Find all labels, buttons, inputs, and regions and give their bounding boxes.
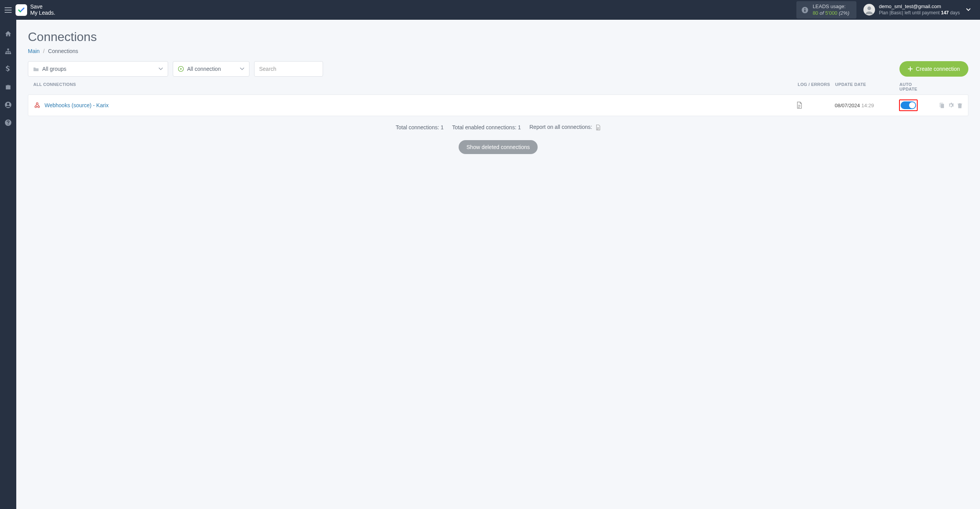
- top-header: Save My Leads. LEADS usage: 80 of 5'000 …: [0, 0, 980, 20]
- chevron-down-icon: [240, 67, 244, 70]
- col-log: LOG / ERRORS: [796, 82, 831, 91]
- user-plan: Plan |Basic| left until payment 147 days: [879, 10, 960, 16]
- svg-point-15: [38, 106, 40, 108]
- help-icon[interactable]: [3, 118, 13, 127]
- groups-select[interactable]: All groups: [28, 61, 168, 77]
- folder-icon: [33, 67, 39, 72]
- svg-rect-6: [5, 53, 7, 54]
- svg-point-4: [867, 7, 871, 10]
- user-icon[interactable]: [3, 100, 13, 110]
- info-icon: [801, 6, 809, 14]
- col-name: ALL CONNECTIONS: [33, 82, 796, 91]
- plus-icon: [908, 67, 913, 71]
- user-email: demo_sml_test@gmail.com: [879, 3, 960, 10]
- table-header: ALL CONNECTIONS LOG / ERRORS UPDATE DATE…: [28, 82, 968, 94]
- leads-usage-values: 80 of 5'000 (2%): [813, 10, 849, 17]
- sidebar: [0, 20, 16, 509]
- breadcrumb-main[interactable]: Main: [28, 48, 40, 54]
- show-deleted-button[interactable]: Show deleted connections: [459, 140, 537, 154]
- log-button[interactable]: [796, 101, 831, 109]
- update-date: 08/07/2024 14:29: [831, 103, 885, 108]
- webhook-icon: [34, 102, 41, 109]
- svg-rect-17: [940, 104, 944, 108]
- svg-point-10: [7, 103, 9, 105]
- svg-point-12: [8, 124, 9, 125]
- gear-icon[interactable]: [948, 102, 954, 109]
- home-icon[interactable]: [3, 29, 13, 38]
- create-connection-button[interactable]: Create connection: [899, 61, 968, 77]
- chevron-down-icon: [966, 8, 971, 11]
- logo-text: Save My Leads.: [30, 4, 55, 16]
- page-title: Connections: [28, 30, 968, 44]
- svg-rect-8: [9, 53, 11, 54]
- main-content: Connections Main / Connections All group…: [16, 20, 980, 509]
- svg-rect-5: [7, 49, 9, 50]
- sitemap-icon[interactable]: [3, 47, 13, 56]
- table-row: Webhooks (source) - Karix 08/07/2024 14:…: [28, 94, 968, 116]
- svg-point-14: [35, 106, 37, 108]
- col-auto: AUTO UPDATE: [885, 82, 928, 91]
- summary-row: Total connections: 1 Total enabled conne…: [28, 124, 968, 131]
- logo-icon[interactable]: [15, 4, 27, 16]
- svg-rect-2: [805, 9, 806, 12]
- svg-point-1: [805, 8, 806, 9]
- connections-select[interactable]: All connection: [173, 61, 249, 77]
- avatar-icon: [863, 4, 875, 15]
- dollar-icon[interactable]: [3, 65, 13, 74]
- briefcase-icon[interactable]: [3, 82, 13, 92]
- report-link[interactable]: Report on all connections:: [530, 124, 601, 131]
- filter-row: All groups All connection Create: [28, 61, 968, 77]
- groups-select-label: All groups: [42, 66, 66, 72]
- leads-usage-badge[interactable]: LEADS usage: 80 of 5'000 (2%): [796, 1, 856, 19]
- copy-icon[interactable]: [939, 102, 945, 109]
- search-input[interactable]: [254, 61, 323, 77]
- breadcrumb-current: Connections: [48, 48, 78, 54]
- auto-update-highlight: [899, 99, 918, 111]
- trash-icon[interactable]: [957, 102, 963, 109]
- menu-icon[interactable]: [5, 7, 12, 13]
- chevron-down-icon: [158, 67, 163, 70]
- auto-update-toggle[interactable]: [901, 101, 916, 109]
- play-circle-icon: [178, 66, 184, 72]
- leads-usage-label: LEADS usage:: [813, 3, 849, 10]
- connections-select-label: All connection: [187, 66, 221, 72]
- user-menu[interactable]: demo_sml_test@gmail.com Plan |Basic| lef…: [863, 3, 971, 16]
- col-date: UPDATE DATE: [831, 82, 885, 91]
- svg-rect-7: [7, 53, 9, 54]
- document-icon: [595, 124, 601, 131]
- breadcrumb: Main / Connections: [28, 48, 968, 54]
- connection-name-link[interactable]: Webhooks (source) - Karix: [45, 102, 108, 108]
